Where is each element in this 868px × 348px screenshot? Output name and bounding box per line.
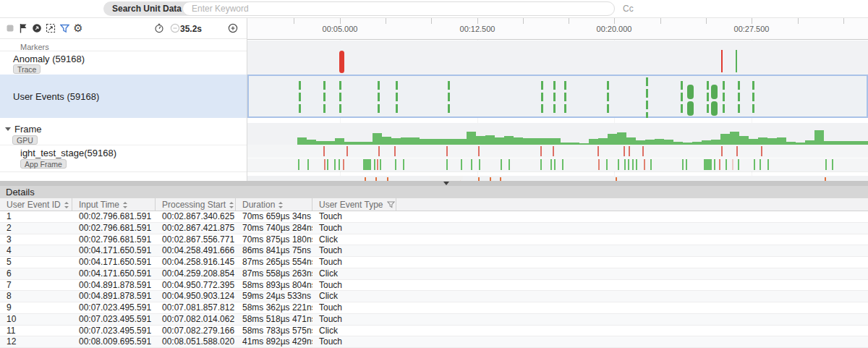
app-frame-mark[interactable] (327, 159, 328, 170)
partial-track[interactable] (247, 176, 868, 181)
table-row[interactable]: 300:02.796.681.59100:02.867.556.77170ms … (0, 234, 868, 246)
app-frame-mark[interactable] (298, 159, 299, 170)
frame-overrun-mark[interactable] (394, 146, 396, 156)
frame-overrun-mark[interactable] (553, 146, 554, 156)
app-frame-mark[interactable] (618, 159, 619, 170)
column-header-input-time[interactable]: Input Time (72, 198, 156, 211)
frame-overrun-mark[interactable] (540, 146, 542, 156)
app-frame-mark[interactable] (704, 159, 712, 170)
collapse-chevron-icon[interactable] (443, 182, 449, 185)
user-event-mark[interactable] (681, 81, 683, 116)
table-row[interactable]: 500:04.171.650.59100:04.258.916.14587ms … (0, 257, 868, 268)
frame-overrun-mark[interactable] (721, 146, 723, 156)
table-row[interactable]: 1000:07.023.495.59100:07.082.014.06258ms… (0, 314, 868, 326)
capture-region-icon[interactable] (45, 22, 56, 34)
app-frame-mark[interactable] (738, 159, 739, 170)
user-event-mark[interactable] (339, 81, 341, 116)
app-frame-mark[interactable] (461, 159, 462, 170)
user-event-mark[interactable] (299, 81, 301, 116)
column-header-processing-start[interactable]: Processing Start (156, 198, 236, 211)
sort-icon[interactable] (123, 202, 128, 208)
column-header-spacer[interactable] (396, 198, 868, 211)
table-row[interactable]: 700:04.891.878.59100:04.950.772.39558ms … (0, 280, 868, 292)
user-event-mark[interactable] (448, 81, 450, 116)
user-event-mark[interactable] (378, 81, 380, 116)
filter-icon[interactable] (387, 201, 395, 209)
sidebar-item-frame[interactable]: Frame (14, 124, 42, 135)
app-frame-track[interactable] (247, 145, 868, 171)
search-input[interactable] (182, 1, 615, 16)
app-frame-mark[interactable] (363, 159, 371, 170)
app-frame-mark[interactable] (644, 159, 645, 170)
table-row[interactable]: 200:02.796.681.59100:02.867.421.87570ms … (0, 223, 868, 234)
navigate-icon[interactable] (31, 22, 43, 34)
app-frame-mark[interactable] (395, 159, 396, 170)
sidebar-item-anomaly[interactable]: Anomaly (59168) (13, 54, 85, 64)
app-frame-mark[interactable] (754, 159, 755, 170)
match-case-toggle[interactable]: Cc (623, 4, 634, 14)
app-frame-mark[interactable] (682, 159, 684, 170)
user-event-mark[interactable] (541, 81, 543, 116)
zoom-in-icon[interactable] (227, 22, 239, 34)
app-frame-mark[interactable] (832, 159, 833, 170)
user-event-pill-mark[interactable] (711, 101, 718, 116)
user-event-mark[interactable] (646, 77, 648, 118)
app-frame-mark[interactable] (403, 159, 404, 170)
stop-icon[interactable] (4, 22, 16, 34)
app-frame-mark[interactable] (726, 159, 727, 170)
column-header-user-event-id[interactable]: User Event ID (0, 198, 72, 211)
frame-overrun-mark[interactable] (736, 146, 738, 156)
app-frame-mark[interactable] (732, 159, 733, 170)
frame-overrun-mark[interactable] (761, 146, 762, 156)
table-row[interactable]: 600:04.171.650.59100:04.259.208.85487ms … (0, 268, 868, 280)
app-frame-mark[interactable] (380, 159, 381, 170)
user-event-pill-mark[interactable] (711, 85, 718, 99)
table-row[interactable]: 1100:07.023.495.59100:07.082.279.16658ms… (0, 326, 868, 337)
user-event-mark[interactable] (553, 81, 556, 116)
frame-overrun-mark[interactable] (629, 146, 630, 156)
anomaly-track[interactable] (247, 41, 868, 75)
frame-overrun-mark[interactable] (323, 146, 325, 156)
app-frame-mark[interactable] (501, 159, 502, 170)
user-event-mark[interactable] (707, 81, 709, 116)
app-frame-mark[interactable] (606, 159, 608, 170)
app-frame-mark[interactable] (377, 159, 378, 170)
app-frame-mark[interactable] (767, 159, 769, 170)
time-ruler[interactable]: 00:05.00000:12.50000:20.00000:27.500 (247, 18, 868, 40)
user-event-mark[interactable] (564, 81, 566, 116)
app-frame-mark[interactable] (719, 159, 720, 170)
user-event-pill-mark[interactable] (687, 101, 694, 116)
anomaly-event-mark[interactable] (339, 51, 344, 73)
user-event-mark[interactable] (752, 81, 754, 116)
frame-overrun-mark[interactable] (642, 146, 644, 156)
app-frame-mark[interactable] (598, 159, 600, 170)
app-frame-mark[interactable] (446, 159, 448, 170)
app-frame-mark[interactable] (509, 159, 510, 170)
app-frame-mark[interactable] (562, 159, 563, 170)
sort-icon[interactable] (229, 202, 234, 208)
sort-icon[interactable] (64, 202, 69, 208)
app-frame-mark[interactable] (479, 159, 480, 170)
app-frame-mark[interactable] (825, 159, 827, 170)
user-event-pill-mark[interactable] (687, 85, 694, 99)
app-frame-mark[interactable] (686, 159, 687, 170)
app-frame-mark[interactable] (624, 159, 626, 170)
app-frame-mark[interactable] (339, 159, 340, 170)
settings-icon[interactable]: ⚙ (72, 22, 84, 34)
app-frame-mark[interactable] (628, 159, 629, 170)
app-frame-mark[interactable] (650, 159, 652, 170)
app-frame-mark[interactable] (307, 159, 309, 170)
timer-icon[interactable] (153, 22, 165, 34)
user-event-mark[interactable] (323, 81, 326, 116)
sidebar-item-stage[interactable]: ight_test_stage(59168) (20, 148, 116, 158)
app-frame-mark[interactable] (550, 159, 552, 170)
frame-overrun-mark[interactable] (597, 146, 599, 156)
anomaly-event-mark[interactable] (721, 50, 723, 72)
app-frame-mark[interactable] (324, 159, 326, 170)
filter-icon[interactable] (59, 22, 70, 34)
frame-overrun-mark[interactable] (346, 146, 348, 156)
column-header-duration[interactable]: Duration (236, 198, 312, 211)
frame-expander-icon[interactable] (5, 127, 11, 131)
gpu-frame-track[interactable] (247, 123, 868, 145)
column-header-user-event-type[interactable]: User Event Type (312, 198, 396, 211)
